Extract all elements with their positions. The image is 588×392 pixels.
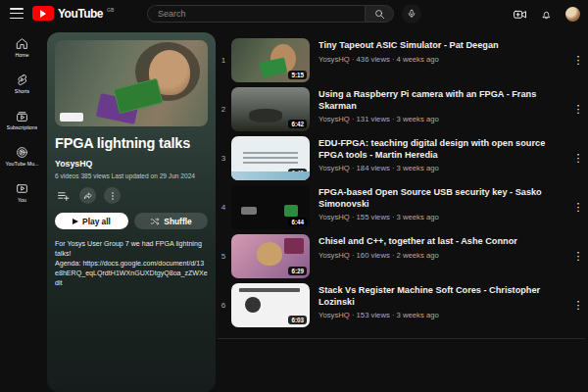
playlist-more-button[interactable]	[104, 187, 121, 204]
shuffle-icon	[150, 217, 160, 226]
microphone-icon	[407, 9, 416, 19]
video-index: 6	[218, 301, 229, 310]
sidebar-item-label: Shorts	[15, 88, 29, 94]
video-info: Tiny Tapeout ASIC Simulator - Pat Deegan…	[318, 35, 570, 64]
video-meta: YosysHQ · 153 views · 3 weeks ago	[318, 311, 570, 319]
video-more-icon[interactable]: ⋮	[570, 152, 586, 165]
video-info: FPGA-based Open Source USB security key …	[318, 182, 570, 221]
video-meta: YosysHQ · 155 views · 3 weeks ago	[318, 213, 570, 221]
video-title[interactable]: EDU-FPGA: teaching digital design with o…	[318, 138, 570, 161]
video-title[interactable]: Tiny Tapeout ASIC Simulator - Pat Deegan	[318, 40, 570, 52]
video-title[interactable]: Stack Vs Register Machine Soft Cores - C…	[318, 285, 570, 308]
sidebar-item-home[interactable]: Home	[0, 29, 44, 66]
video-thumbnail[interactable]: 6:03	[231, 283, 310, 327]
video-index: 1	[218, 56, 229, 65]
topbar-actions	[513, 4, 580, 24]
description-link[interactable]: Agenda: https://docs.google.com/document…	[55, 260, 208, 289]
create-button[interactable]	[513, 7, 527, 22]
sidebar-item-shorts[interactable]: Shorts	[0, 66, 44, 102]
video-info: Chisel and C++, together at last - Ashe …	[318, 231, 570, 260]
shuffle-label: Shuffle	[164, 217, 191, 226]
sidebar-item-label: YouTube Mu...	[5, 161, 38, 167]
save-playlist-button[interactable]	[55, 187, 72, 204]
kebab-icon	[108, 191, 118, 201]
video-meta: YosysHQ · 131 views · 3 weeks ago	[318, 115, 570, 123]
video-thumbnail[interactable]: 6:29	[231, 234, 310, 278]
video-row[interactable]: 3 6:40 EDU-FPGA: teaching digital design…	[218, 133, 586, 182]
video-row[interactable]: 2 6:42 Using a Raspberry Pi camera with …	[218, 84, 586, 133]
playlist-video-list: 1 5:15 Tiny Tapeout ASIC Simulator - Pat…	[218, 35, 586, 339]
search-icon	[374, 9, 385, 20]
playlist-thumbnail[interactable]	[55, 40, 208, 126]
duration-badge: 6:40	[288, 169, 307, 177]
logo-wordmark: YouTube	[58, 7, 103, 21]
video-title[interactable]: FPGA-based Open Source USB security key …	[318, 187, 570, 210]
video-thumbnail[interactable]: 6:40	[231, 136, 310, 180]
subscriptions-icon	[16, 110, 28, 122]
video-index: 4	[218, 203, 229, 212]
playlist-action-icons	[55, 187, 208, 204]
description-line: For Yosys User Group 7 we had FPGA light…	[55, 240, 208, 260]
logo-region-label: GB	[107, 7, 114, 13]
share-button[interactable]	[79, 187, 96, 204]
search-input[interactable]	[147, 5, 365, 23]
video-more-icon[interactable]: ⋮	[570, 103, 586, 116]
youtube-play-icon	[32, 6, 54, 21]
video-row[interactable]: 5 6:29 Chisel and C++, together at last …	[218, 231, 586, 280]
video-info: Stack Vs Register Machine Soft Cores - C…	[318, 280, 570, 319]
save-playlist-icon	[57, 189, 70, 202]
video-index: 3	[218, 154, 229, 163]
voice-search-button[interactable]	[402, 4, 421, 24]
video-more-icon[interactable]: ⋮	[570, 250, 586, 263]
sidebar-item-label: You	[18, 197, 26, 203]
video-more-icon[interactable]: ⋮	[570, 54, 586, 67]
create-video-icon	[513, 7, 527, 22]
video-row[interactable]: 4 6:44 FPGA-based Open Source USB securi…	[218, 182, 586, 231]
video-title[interactable]: Using a Raspberry Pi camera with an FPGA…	[318, 89, 570, 112]
sidebar-item-label: Subscriptions	[7, 124, 38, 130]
mini-sidebar: Home Shorts Subscriptions YouTube Mu... …	[0, 29, 44, 211]
shorts-icon	[16, 74, 28, 86]
top-app-bar: YouTube GB	[0, 0, 588, 27]
search-button[interactable]	[365, 5, 394, 23]
sidebar-item-label: Home	[15, 52, 28, 58]
notifications-button[interactable]	[540, 8, 553, 21]
video-thumbnail[interactable]: 6:42	[231, 87, 310, 131]
menu-icon[interactable]	[10, 8, 24, 19]
playlist-panel: FPGA lightning talks YosysHQ 6 videos 38…	[47, 32, 216, 392]
playlist-description: For Yosys User Group 7 we had FPGA light…	[55, 240, 208, 289]
video-meta: YosysHQ · 436 views · 4 weeks ago	[318, 55, 570, 64]
youtube-music-icon	[16, 146, 28, 159]
you-icon	[16, 182, 28, 195]
video-meta: YosysHQ · 160 views · 2 weeks ago	[318, 251, 570, 260]
playlist-channel[interactable]: YosysHQ	[55, 159, 208, 169]
duration-badge: 6:03	[288, 316, 307, 324]
home-icon	[16, 37, 28, 50]
search-bar	[147, 4, 421, 24]
play-all-button[interactable]: Play all	[55, 213, 128, 229]
duration-badge: 5:15	[288, 71, 307, 79]
sidebar-item-you[interactable]: You	[0, 174, 44, 211]
video-more-icon[interactable]: ⋮	[570, 299, 586, 312]
thumbnail-art	[114, 78, 164, 114]
video-thumbnail[interactable]: 6:44	[231, 185, 310, 229]
youtube-logo[interactable]: YouTube GB	[32, 6, 114, 21]
playlist-title: FPGA lightning talks	[55, 135, 208, 151]
video-row[interactable]: 6 6:03 Stack Vs Register Machine Soft Co…	[218, 280, 586, 329]
account-avatar[interactable]	[565, 7, 580, 22]
playlist-thumbnail-badge	[60, 113, 83, 122]
sidebar-item-youtube-music[interactable]: YouTube Mu...	[0, 138, 44, 174]
video-more-icon[interactable]: ⋮	[570, 201, 586, 214]
play-icon	[73, 219, 78, 224]
sidebar-item-subscriptions[interactable]: Subscriptions	[0, 102, 44, 138]
bell-icon	[540, 8, 553, 21]
video-index: 2	[218, 105, 229, 114]
share-icon	[83, 191, 93, 201]
duration-badge: 6:42	[288, 120, 307, 128]
play-all-label: Play all	[82, 217, 111, 226]
list-divider	[218, 338, 586, 339]
shuffle-button[interactable]: Shuffle	[134, 213, 208, 229]
video-row[interactable]: 1 5:15 Tiny Tapeout ASIC Simulator - Pat…	[218, 35, 586, 84]
video-title[interactable]: Chisel and C++, together at last - Ashe …	[318, 236, 570, 248]
video-thumbnail[interactable]: 5:15	[231, 38, 310, 82]
